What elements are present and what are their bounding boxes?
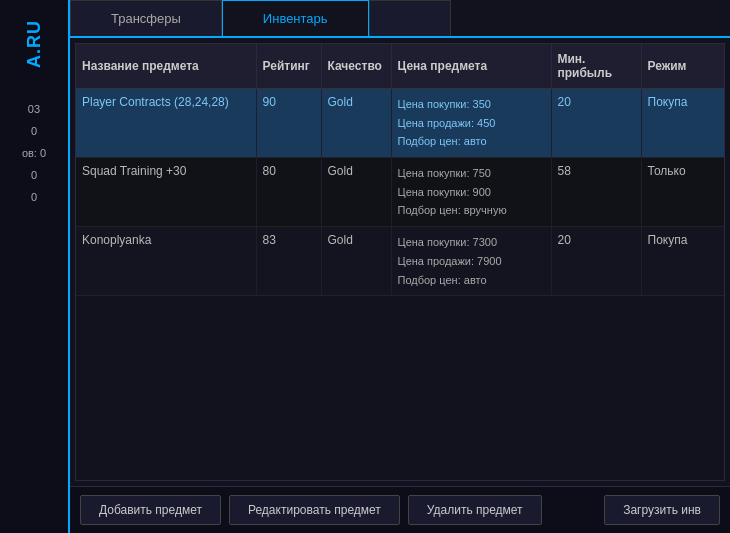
table-header-row: Название предмета Рейтинг Качество Цена …	[76, 44, 725, 89]
cell-mode: Покупа	[641, 89, 725, 158]
stat-line1: 03	[22, 98, 46, 120]
header-rating: Рейтинг	[256, 44, 321, 89]
stat-line3: ов: 0	[22, 142, 46, 164]
edit-item-button[interactable]: Редактировать предмет	[229, 495, 400, 525]
price-auto: Подбор цен: авто	[398, 274, 487, 286]
cell-mode: Покупа	[641, 227, 725, 296]
cell-minprofit: 58	[551, 158, 641, 227]
header-price: Цена предмета	[391, 44, 551, 89]
main-content: Трансферы Инвентарь Название предмета Ре…	[70, 0, 730, 533]
sidebar-logo: A.RU	[24, 20, 45, 68]
price-auto: Подбор цен: авто	[398, 135, 487, 147]
cell-price: Цена покупки: 350 Цена продажи: 450 Подб…	[391, 89, 551, 158]
app-container: A.RU 03 0 ов: 0 0 0 Трансферы Инвентарь …	[0, 0, 730, 533]
price-buy: Цена покупки: 350	[398, 98, 491, 110]
table-row[interactable]: Konoplyanka 83 Gold Цена покупки: 7300 Ц…	[76, 227, 725, 296]
cell-quality: Gold	[321, 89, 391, 158]
cell-price: Цена покупки: 7300 Цена продажи: 7900 По…	[391, 227, 551, 296]
cell-rating: 80	[256, 158, 321, 227]
price-auto: Подбор цен: вручную	[398, 204, 507, 216]
cell-mode: Только	[641, 158, 725, 227]
tab-extra[interactable]	[369, 0, 451, 36]
tab-inventory[interactable]: Инвентарь	[222, 0, 369, 36]
price-sell: Цена покупки: 900	[398, 186, 491, 198]
price-buy: Цена покупки: 7300	[398, 236, 498, 248]
load-inventory-button[interactable]: Загрузить инв	[604, 495, 720, 525]
delete-item-button[interactable]: Удалить предмет	[408, 495, 542, 525]
cell-name: Konoplyanka	[76, 227, 256, 296]
stat-line2: 0	[22, 120, 46, 142]
price-sell: Цена продажи: 7900	[398, 255, 502, 267]
header-mode: Режим	[641, 44, 725, 89]
price-sell: Цена продажи: 450	[398, 117, 496, 129]
cell-quality: Gold	[321, 227, 391, 296]
header-quality: Качество	[321, 44, 391, 89]
table-row[interactable]: Squad Training +30 80 Gold Цена покупки:…	[76, 158, 725, 227]
stat-line5: 0	[22, 186, 46, 208]
cell-minprofit: 20	[551, 227, 641, 296]
add-item-button[interactable]: Добавить предмет	[80, 495, 221, 525]
price-buy: Цена покупки: 750	[398, 167, 491, 179]
cell-rating: 90	[256, 89, 321, 158]
sidebar-stats: 03 0 ов: 0 0 0	[22, 98, 46, 208]
bottom-bar: Добавить предмет Редактировать предмет У…	[70, 486, 730, 533]
cell-minprofit: 20	[551, 89, 641, 158]
table-wrapper: Название предмета Рейтинг Качество Цена …	[75, 43, 725, 481]
items-table: Название предмета Рейтинг Качество Цена …	[76, 44, 725, 296]
stat-line4: 0	[22, 164, 46, 186]
cell-price: Цена покупки: 750 Цена покупки: 900 Подб…	[391, 158, 551, 227]
header-name: Название предмета	[76, 44, 256, 89]
cell-rating: 83	[256, 227, 321, 296]
sidebar: A.RU 03 0 ов: 0 0 0	[0, 0, 70, 533]
tab-bar: Трансферы Инвентарь	[70, 0, 730, 38]
cell-name: Player Contracts (28,24,28)	[76, 89, 256, 158]
cell-quality: Gold	[321, 158, 391, 227]
table-row[interactable]: Player Contracts (28,24,28) 90 Gold Цена…	[76, 89, 725, 158]
cell-name: Squad Training +30	[76, 158, 256, 227]
tab-transfers[interactable]: Трансферы	[70, 0, 222, 36]
header-minprofit: Мин. прибыль	[551, 44, 641, 89]
